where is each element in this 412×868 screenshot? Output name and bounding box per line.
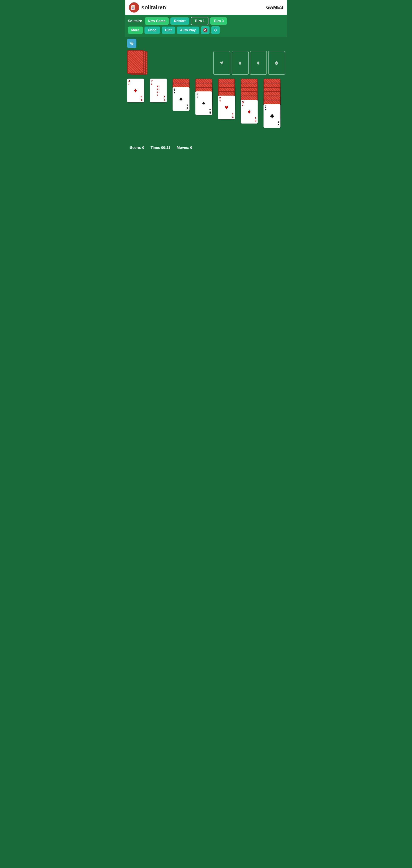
- card-8-spades[interactable]: 8 ♠ ♠ 8 ♠: [195, 91, 212, 115]
- nav-row-1: Solitaire New Game Restart Turn 1 Turn 3: [128, 17, 284, 25]
- move-button[interactable]: ⊕: [127, 39, 137, 48]
- tableau-column-4[interactable]: 8 ♠ ♠ 8 ♠: [195, 79, 217, 140]
- foundation-diamonds[interactable]: ♦: [250, 51, 267, 75]
- card-2-hearts[interactable]: 2 ♥ ♥ 2 ♥: [218, 96, 235, 119]
- card-5-diamonds[interactable]: 5 ♦ ♦ 5 ♦: [241, 100, 258, 124]
- foundation-hearts[interactable]: ♥: [213, 51, 230, 75]
- solitaire-label: Solitaire: [128, 19, 142, 23]
- tableau-column-2[interactable]: 7 ♦ ♦♦ ♦♦ ♦♦ ♦ 7 ♦: [150, 79, 171, 140]
- tableau-column-1[interactable]: A ♦ ♦ A ♦: [127, 79, 149, 140]
- more-button[interactable]: More: [128, 27, 143, 34]
- new-game-button[interactable]: New Game: [145, 18, 169, 25]
- top-row: ♥ ♠ ♦ ♣: [127, 50, 285, 75]
- stock-pile[interactable]: [127, 50, 146, 75]
- tableau-column-6[interactable]: 5 ♦ ♦ 5 ♦: [241, 79, 262, 140]
- foundation-spades[interactable]: ♠: [232, 51, 248, 75]
- hint-button[interactable]: Hint: [162, 27, 175, 34]
- svg-text:🃏: 🃏: [130, 5, 136, 10]
- sound-button[interactable]: 🔇: [201, 26, 209, 34]
- nav-bar: Solitaire New Game Restart Turn 1 Turn 3…: [125, 15, 287, 37]
- auto-play-button[interactable]: Auto Play: [177, 27, 199, 34]
- tableau-column-7[interactable]: 7 ♣ ♣ 7 ♣: [263, 79, 285, 140]
- restart-button[interactable]: Restart: [170, 18, 189, 25]
- tableau-column-3[interactable]: 5 ♠ ♠ 5 ♠: [173, 79, 194, 140]
- time-display: Time: 00:21: [151, 146, 170, 150]
- score-display: Score: 0: [130, 146, 144, 150]
- games-link[interactable]: GAMES: [266, 5, 284, 10]
- app-header: 🃏 solitairen GAMES: [125, 0, 287, 15]
- stock-card-1: [127, 50, 144, 74]
- logo-area: 🃏 solitairen: [129, 2, 166, 13]
- app-title: solitairen: [142, 4, 166, 11]
- tableau-column-5[interactable]: 2 ♥ ♥ 2 ♥: [218, 79, 239, 140]
- card-7-diamonds[interactable]: 7 ♦ ♦♦ ♦♦ ♦♦ ♦ 7 ♦: [150, 79, 167, 102]
- turn3-button[interactable]: Turn 3: [210, 18, 227, 25]
- tableau: A ♦ ♦ A ♦ 7 ♦ ♦♦ ♦♦ ♦♦: [127, 79, 285, 140]
- settings-button[interactable]: ⚙: [211, 26, 220, 34]
- card-7-clubs[interactable]: 7 ♣ ♣ 7 ♣: [263, 104, 281, 128]
- foundation-area: ♥ ♠ ♦ ♣: [213, 51, 285, 75]
- foundation-clubs[interactable]: ♣: [268, 51, 285, 75]
- turn1-button[interactable]: Turn 1: [191, 17, 209, 25]
- card-ace-diamonds[interactable]: A ♦ ♦ A ♦: [127, 79, 144, 102]
- status-bar: Score: 0 Time: 00:21 Moves: 0: [127, 142, 285, 153]
- nav-row-2: More Undo Hint Auto Play 🔇 ⚙: [128, 26, 284, 34]
- card-5-spades[interactable]: 5 ♠ ♠ 5 ♠: [173, 87, 189, 111]
- game-area: ♥ ♠ ♦ ♣ A ♦ ♦ A ♦: [125, 48, 287, 155]
- moves-display: Moves: 0: [177, 146, 192, 150]
- logo-icon: 🃏: [129, 2, 139, 13]
- undo-button[interactable]: Undo: [145, 27, 160, 34]
